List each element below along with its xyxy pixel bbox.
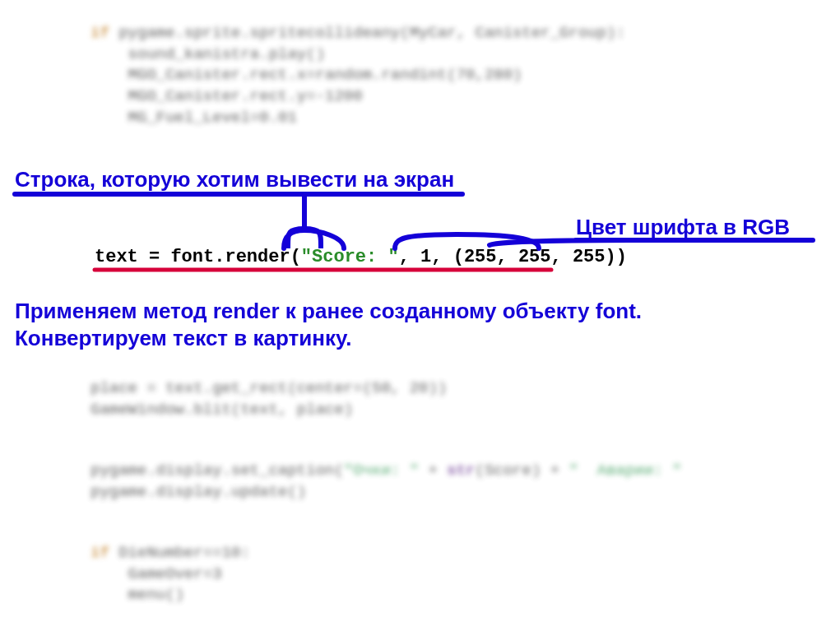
code-op: +	[419, 461, 447, 480]
code-line: menu()	[90, 586, 184, 604]
code-builtin-str: str	[447, 461, 475, 480]
code-block-mid2: pygame.display.set_caption("Очки: " + st…	[90, 461, 681, 503]
keyword-if: if	[90, 544, 109, 562]
code-string-literal: " Аварии: "	[569, 461, 682, 480]
code-assign: text = font.render	[95, 247, 290, 267]
code-string-literal: "Score: "	[301, 247, 399, 267]
bracket-string-left	[288, 229, 321, 245]
code-render-line: text = font.render("Score: ", 1, (255, 2…	[95, 247, 627, 267]
code-line: sound_kanistra.play()	[90, 45, 325, 63]
code-frag: (Score) +	[476, 461, 569, 480]
code-line: pygame.display.update()	[90, 483, 306, 501]
code-line: pygame.display.set_caption(	[90, 461, 344, 480]
annotation-explain-line1: Применяем метод render к ранее созданном…	[15, 299, 642, 323]
code-antialias: 1	[420, 247, 431, 267]
annotation-explain-line2: Конвертируем текст в картинку.	[15, 326, 351, 350]
rgb-paren-open: (	[453, 247, 464, 267]
code-line: MG_Fuel_Level=0.01	[90, 109, 297, 127]
bracket-over-string	[284, 230, 344, 248]
code-line: place = text.get_rect(center=(50, 20))	[90, 379, 447, 397]
code-block-top: if pygame.sprite.spritecollideany(MyCar,…	[90, 23, 625, 128]
slide: if pygame.sprite.spritecollideany(MyCar,…	[0, 0, 840, 621]
code-rgb-tuple: 255, 255, 255	[464, 247, 606, 267]
code-line: DieNumber==10:	[109, 544, 250, 562]
comma: ,	[431, 247, 452, 267]
annotation-string-label: Строка, которую хотим вывести на экран	[15, 166, 454, 193]
keyword-if: if	[90, 24, 109, 42]
code-line: pygame.sprite.spritecollideany(MyCar, Ca…	[109, 24, 625, 42]
paren-open: (	[290, 247, 301, 267]
code-line: GameOver=3	[90, 565, 222, 583]
comma: ,	[399, 247, 420, 267]
paren-close: )	[616, 247, 627, 267]
annotation-explain: Применяем метод render к ранее созданном…	[15, 298, 642, 351]
code-block-bot: if DieNumber==10: GameOver=3 menu()	[90, 543, 250, 606]
code-string-literal: "Очки: "	[344, 461, 419, 480]
code-line: GameWindow.blit(text, place)	[90, 401, 353, 419]
code-block-mid: place = text.get_rect(center=(50, 20)) G…	[90, 378, 447, 420]
rgb-paren-close: )	[606, 247, 616, 267]
annotation-rgb-label: Цвет шрифта в RGB	[576, 214, 790, 241]
code-line: MGO_Canister.rect.y=-1200	[90, 87, 363, 105]
code-line: MGO_Canister.rect.x=random.randint(70,28…	[90, 66, 522, 84]
connector-rgb	[490, 240, 650, 245]
